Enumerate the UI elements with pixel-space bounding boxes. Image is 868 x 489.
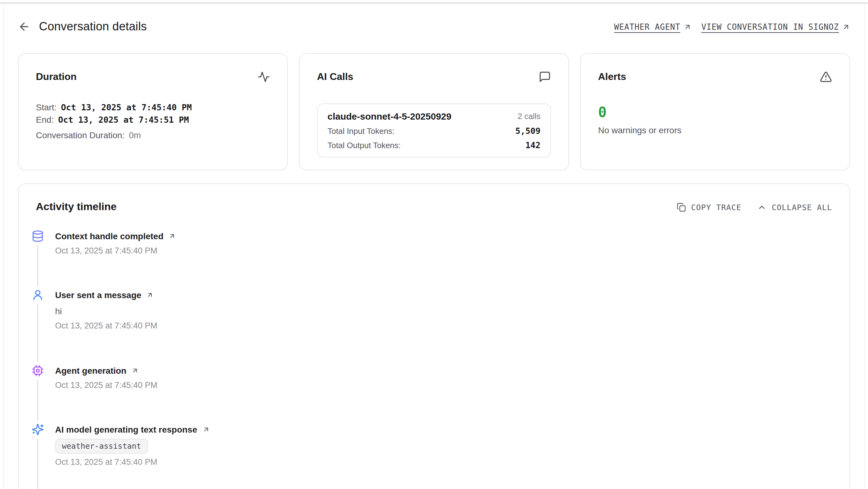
external-link-arrow-icon (683, 23, 691, 31)
timeline: Context handle completed Oct 13, 2025 at… (32, 230, 832, 489)
header-links: WEATHER AGENT VIEW CONVERSATION IN SIGNO… (614, 22, 850, 31)
alerts-message: No warnings or errors (598, 125, 832, 135)
back-button[interactable] (18, 21, 30, 33)
output-tokens-label: Total Output Tokens: (328, 140, 401, 150)
page-header: Conversation details WEATHER AGENT VIEW … (18, 15, 850, 38)
copy-trace-button[interactable]: COPY TRACE (677, 202, 741, 212)
end-label: End: (36, 113, 54, 126)
end-value: Oct 13, 2025 at 7:45:51 PM (58, 113, 189, 126)
model-name: claude-sonnet-4-5-20250929 (328, 111, 451, 121)
sparkles-icon (32, 423, 44, 436)
alerts-count: 0 (598, 104, 832, 120)
end-time-row: End: Oct 13, 2025 at 7:45:51 PM (36, 113, 270, 126)
open-span-arrow-icon[interactable] (168, 232, 176, 240)
page-title: Conversation details (39, 20, 147, 33)
open-span-arrow-icon[interactable] (202, 426, 210, 433)
model-usage-box: claude-sonnet-4-5-20250929 2 calls Total… (317, 104, 551, 157)
timeline-item-context-handle: Context handle completed Oct 13, 2025 at… (32, 230, 832, 289)
timeline-item-timestamp: Oct 13, 2025 at 7:45:40 PM (55, 379, 832, 392)
database-icon (32, 230, 44, 242)
timeline-item-timestamp: Oct 13, 2025 at 7:45:40 PM (55, 320, 832, 332)
external-link-arrow-icon (842, 23, 850, 31)
ai-calls-card-title: AI Calls (317, 71, 353, 82)
chevron-up-icon (757, 202, 767, 212)
timeline-item-title: Agent generation (55, 366, 126, 376)
timeline-item-body: hi (55, 305, 832, 317)
timeline-item-timestamp: Oct 13, 2025 at 7:45:40 PM (55, 245, 832, 257)
open-span-arrow-icon[interactable] (147, 291, 154, 299)
conversation-duration-row: Conversation Duration: 0m (36, 129, 270, 141)
start-time-row: Start: Oct 13, 2025 at 7:45:40 PM (36, 101, 270, 113)
weather-agent-link[interactable]: WEATHER AGENT (614, 22, 691, 31)
output-tokens-value: 142 (525, 140, 540, 150)
cpu-icon (32, 365, 44, 377)
timeline-item-title: AI model generating text response (55, 425, 197, 434)
activity-timeline-card: Activity timeline COPY TRACE COLLAPSE AL… (18, 183, 850, 489)
ai-calls-card: AI Calls claude-sonnet-4-5-20250929 2 ca… (299, 53, 569, 170)
timeline-item-user-message: User sent a message hi Oct 13, 2025 at 7… (32, 289, 832, 365)
input-tokens-label: Total Input Tokens: (328, 126, 394, 136)
right-panel-border (864, 4, 865, 489)
start-value: Oct 13, 2025 at 7:45:40 PM (61, 101, 192, 113)
alert-triangle-icon (820, 71, 832, 83)
activity-timeline-title: Activity timeline (36, 201, 117, 213)
arrow-left-icon (18, 21, 30, 33)
duration-card-title: Duration (36, 71, 77, 82)
timeline-item-title: Context handle completed (55, 231, 163, 241)
input-tokens-row: Total Input Tokens: 5,509 (328, 126, 540, 136)
collapse-all-button[interactable]: COLLAPSE ALL (757, 202, 832, 212)
input-tokens-value: 5,509 (516, 126, 540, 136)
agent-name-badge: weather-assistant (55, 439, 148, 454)
conversation-details-page: Conversation details WEATHER AGENT VIEW … (0, 0, 868, 489)
left-panel-border (3, 4, 4, 489)
model-calls-count: 2 calls (518, 112, 540, 121)
timeline-item-agent-generation: Agent generation Oct 13, 2025 at 7:45:40… (32, 365, 832, 423)
conversation-duration-label: Conversation Duration: (36, 129, 124, 141)
timeline-item-title: User sent a message (55, 290, 142, 300)
view-conversation-in-signoz-link[interactable]: VIEW CONVERSATION IN SIGNOZ (702, 22, 850, 31)
metric-cards-row: Duration Start: Oct 13, 2025 at 7:45:40 … (18, 53, 850, 170)
duration-card: Duration Start: Oct 13, 2025 at 7:45:40 … (18, 53, 288, 170)
message-square-icon (539, 71, 551, 83)
alerts-card-title: Alerts (598, 71, 626, 82)
open-span-arrow-icon[interactable] (131, 367, 139, 374)
top-divider (0, 2, 868, 4)
timeline-item-ai-text-response: AI model generating text response weathe… (32, 423, 832, 489)
alerts-card: Alerts 0 No warnings or errors (580, 53, 850, 170)
user-icon (32, 289, 44, 301)
timeline-item-timestamp: Oct 13, 2025 at 7:45:40 PM (55, 456, 832, 468)
copy-icon (677, 202, 686, 212)
conversation-duration-value: 0m (129, 129, 141, 141)
output-tokens-row: Total Output Tokens: 142 (328, 140, 540, 150)
start-label: Start: (36, 101, 57, 113)
activity-pulse-icon (257, 71, 270, 83)
